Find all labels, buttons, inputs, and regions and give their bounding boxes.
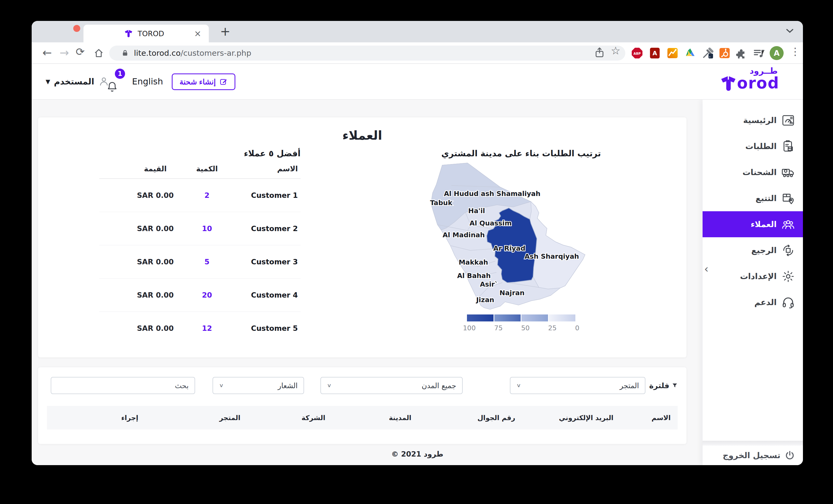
browser-window: TOROD × + ← → ⟳ lite.torod.co/customers-… [32, 21, 803, 465]
map-label: `Asir [480, 280, 498, 288]
map-color-legend [467, 314, 575, 322]
sidebar-item-shipments[interactable]: الشحنات [703, 159, 803, 185]
bell-icon [106, 81, 118, 93]
playlist-extension-icon[interactable] [753, 47, 765, 59]
map-label: Tabuk [430, 199, 452, 207]
map-label: Ar Riyad [493, 245, 525, 252]
search-input[interactable] [51, 377, 195, 394]
sidebar-item-support[interactable]: الدعم [703, 289, 803, 315]
customer-value: SAR 0.00 [99, 245, 174, 278]
filter-row: فلترة المتجر ∨ جميع المدن ∨ الشعار ∨ [47, 377, 677, 394]
cities-select[interactable]: جميع المدن ∨ [320, 377, 463, 394]
sidebar-item-orders[interactable]: الطلبات [703, 133, 803, 159]
truck-icon [782, 166, 795, 179]
colorpicker-extension-icon[interactable] [702, 47, 714, 59]
adblock-extension-icon[interactable]: ABP [631, 47, 643, 59]
chevron-down-icon: ∨ [516, 382, 521, 388]
user-menu-label: المستخدم [54, 77, 94, 86]
customers-list-card: فلترة المتجر ∨ جميع المدن ∨ الشعار ∨ الا… [38, 367, 687, 444]
map-label: Al Hudud ash Shamaliyah [444, 190, 541, 198]
column-header-mobile: رقم الجوال [447, 414, 545, 422]
customer-name: Customer 5 [240, 311, 301, 345]
share-icon[interactable] [594, 47, 605, 58]
lock-icon [121, 49, 129, 57]
sidebar-item-customers[interactable]: العملاء [703, 211, 803, 237]
customer-quantity: 10 [174, 212, 240, 245]
profile-avatar[interactable]: A [770, 46, 784, 60]
new-tab-button[interactable]: + [220, 24, 231, 39]
map-label: Al Madinah [443, 231, 485, 239]
sidebar-item-label: الرئيسية [743, 116, 777, 125]
notifications-bell[interactable]: 1 [106, 69, 126, 94]
sidebar-item-label: الرجيع [751, 246, 777, 255]
package-tracking-icon [782, 192, 795, 205]
tab-search-chevron-icon[interactable] [786, 28, 794, 33]
torod-logo[interactable]: طــرود orod [719, 66, 779, 92]
customers-table-header: الاسم البريد الإلكتروني رقم الجوال المدي… [47, 406, 677, 429]
tab-close-icon[interactable]: × [194, 29, 201, 38]
filter-funnel-icon [672, 382, 677, 389]
sidebar-item-label: الدعم [754, 298, 777, 307]
map-label: Ash Sharqiyah [524, 253, 579, 260]
url-path: /customers-ar.php [181, 49, 251, 58]
filter-label: فلترة [649, 381, 669, 390]
hubspot-extension-icon[interactable] [719, 47, 731, 59]
close-window-button[interactable] [73, 25, 80, 32]
address-bar[interactable]: lite.torod.co/customers-ar.php [109, 46, 625, 60]
torod-logo-mark-icon [719, 75, 738, 92]
sidebar-item-label: الشحنات [742, 168, 777, 177]
forward-button[interactable]: → [60, 46, 69, 59]
back-button[interactable]: ← [42, 46, 52, 59]
top-customers-title: أفضل ٥ عملاء [99, 149, 301, 158]
gear-icon [782, 270, 795, 283]
legend-tick: 50 [521, 324, 530, 332]
column-header-quantity: الكمية [174, 165, 240, 179]
browser-menu-icon[interactable]: ⋮ [790, 46, 800, 57]
bookmark-star-icon[interactable]: ☆ [611, 45, 620, 57]
language-toggle[interactable]: English [132, 64, 163, 99]
reload-button[interactable]: ⟳ [76, 46, 85, 58]
sidebar-item-tracking[interactable]: التتبع [703, 185, 803, 211]
map-region-sharqiyah[interactable] [530, 202, 585, 289]
sidebar-item-home[interactable]: الرئيسية [703, 107, 803, 133]
url-text: lite.torod.co/customers-ar.php [134, 49, 251, 58]
logo-select[interactable]: الشعار ∨ [213, 377, 304, 394]
table-row: Customer 210SAR 0.00 [99, 212, 301, 245]
sidebar-item-returns[interactable]: الرجيع [703, 237, 803, 263]
logout-button[interactable]: تسجيل الخروج [703, 446, 803, 465]
map-title: ترتيب الطلبات بناء على مدينة المشتري [356, 149, 687, 158]
svg-text:ABP: ABP [633, 52, 641, 55]
customer-value: SAR 0.00 [99, 212, 174, 245]
orders-clipboard-icon [782, 140, 795, 153]
create-shipment-button[interactable]: إنشاء شحنة [172, 73, 235, 90]
customer-name: Customer 4 [240, 278, 301, 311]
customer-quantity: 5 [174, 245, 240, 278]
customer-name: Customer 3 [240, 245, 301, 278]
drive-extension-icon[interactable] [684, 47, 696, 59]
top-customers-table: الاسم الكمية القيمة Customer 12SAR 0.00 … [99, 165, 301, 345]
map-label: Ha'il [468, 207, 485, 215]
customer-value: SAR 0.00 [99, 278, 174, 311]
sidebar: الرئيسية الطلبات الشحنات التتبع العملاء … [703, 100, 803, 465]
user-menu[interactable]: ▼ المستخدم [46, 64, 110, 99]
extensions-puzzle-icon[interactable] [735, 47, 747, 59]
url-domain: lite.torod.co [134, 49, 181, 58]
store-select[interactable]: المتجر ∨ [510, 377, 645, 394]
map-label: Makkah [459, 258, 488, 266]
copyright-footer: © 2021 طرود [32, 450, 803, 458]
home-button[interactable] [93, 48, 104, 58]
tab-strip: TOROD × + [32, 21, 803, 42]
analytics-extension-icon[interactable] [667, 47, 679, 59]
sidebar-collapse-chevron[interactable]: ‹ [704, 263, 709, 275]
acrobat-extension-icon[interactable]: A [649, 47, 661, 59]
sidebar-item-label: العملاء [751, 220, 777, 229]
logout-label: تسجيل الخروج [723, 451, 780, 460]
saudi-arabia-choropleth-map: Al Hudud ash Shamaliyah Tabuk Ha'il Al Q… [425, 161, 618, 310]
column-header-store: المتجر [186, 414, 274, 422]
logo-english-text: orod [737, 74, 779, 92]
column-header-name: الاسم [240, 165, 301, 179]
sidebar-item-settings[interactable]: الإعدادات [703, 263, 803, 289]
browser-tab[interactable]: TOROD × [84, 25, 209, 42]
customers-group-icon [782, 218, 795, 231]
torod-favicon-icon [124, 29, 134, 38]
